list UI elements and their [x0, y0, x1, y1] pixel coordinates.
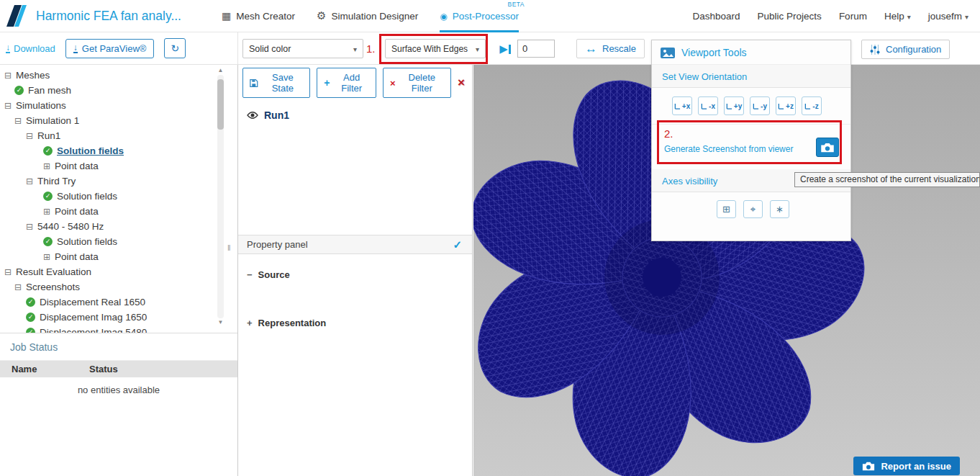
tab-label: Mesh Creator [236, 11, 295, 22]
axes-icon [701, 103, 707, 109]
check-icon [14, 86, 24, 95]
user-menu[interactable]: jousefm [928, 11, 968, 22]
tree-item-screenshots[interactable]: Screenshots [0, 279, 216, 295]
panel-resize-handle[interactable]: ‖ [227, 243, 231, 252]
tree-scrollbar[interactable]: ▲ ▼ [216, 66, 225, 327]
nav-public-projects[interactable]: Public Projects [758, 11, 822, 22]
job-status-section: Job Status Name Status no entities avail… [0, 333, 237, 424]
check-icon [43, 237, 53, 246]
tree-item-fan-mesh[interactable]: Fan mesh [0, 83, 216, 98]
frame-input[interactable] [517, 40, 555, 58]
generate-screenshot-button[interactable] [816, 138, 839, 157]
axes-grid-toggle-button[interactable]: ⊞ [717, 200, 736, 218]
save-state-button[interactable]: Save State [242, 68, 310, 98]
section-source[interactable]: − Source [247, 269, 290, 280]
axes-gizmo-toggle-button[interactable]: ⌖ [743, 200, 763, 218]
property-panel-header[interactable]: Property panel [238, 235, 472, 254]
save-icon [250, 78, 258, 88]
viewport-tools-panel: Viewport Tools Set View Orientation +x -… [651, 40, 851, 241]
collapse-icon[interactable] [26, 130, 33, 141]
view-minus-x-button[interactable]: -x [698, 96, 718, 115]
expand-icon[interactable] [43, 161, 50, 171]
column-name: Name [0, 364, 89, 374]
view-minus-z-button[interactable]: -z [802, 96, 822, 115]
scroll-down-icon[interactable]: ▼ [216, 318, 225, 327]
collapse-icon[interactable] [4, 266, 12, 277]
tree-item-solution-fields-selected[interactable]: Solution fields [0, 143, 216, 158]
section-representation[interactable]: + Representation [247, 318, 326, 328]
project-toolbar: ↓ Download ↓ Get ParaView® ↻ [0, 32, 237, 65]
right-nav: Dashboard Public Projects Forum Help jou… [693, 11, 980, 22]
check-icon [26, 297, 35, 307]
annotation-box-2 [657, 120, 842, 164]
tree-item-simulation-1[interactable]: Simulation 1 [0, 113, 216, 128]
tab-simulation-designer[interactable]: Simulation Designer [317, 0, 418, 32]
refresh-button[interactable]: ↻ [164, 38, 186, 58]
job-status-title: Job Status [0, 333, 237, 361]
app-logo[interactable] [4, 4, 29, 27]
tree-item-third-try[interactable]: Third Try [0, 174, 216, 189]
configuration-button[interactable]: Configuration [861, 40, 950, 59]
collapse-icon[interactable] [14, 115, 22, 126]
collapse-icon[interactable] [14, 282, 22, 292]
tree-item-displacement-real-1650[interactable]: Displacement Real 1650 [0, 295, 216, 310]
collapse-icon[interactable] [26, 221, 33, 232]
nav-dashboard[interactable]: Dashboard [693, 11, 740, 22]
gears-icon [317, 9, 326, 22]
delete-filter-button[interactable]: × Delete Filter [383, 68, 451, 98]
collapse-icon[interactable]: − [247, 269, 253, 280]
axes-icon [674, 103, 681, 109]
project-tree-sidebar: Meshes Fan mesh Simulations Simulation 1… [0, 65, 237, 476]
expand-icon[interactable] [43, 251, 50, 262]
play-button[interactable]: ▶ [494, 40, 516, 58]
download-icon: ↓ [73, 44, 78, 53]
viewport-tools-header: Viewport Tools [652, 40, 850, 65]
tab-mesh-creator[interactable]: Mesh Creator [222, 0, 295, 32]
nav-forum[interactable]: Forum [839, 11, 867, 22]
download-link[interactable]: ↓ Download [6, 43, 55, 54]
tab-post-processor[interactable]: Post-Processor BETA [440, 0, 519, 32]
expand-icon[interactable] [43, 206, 50, 217]
tree-item-solution-fields[interactable]: Solution fields [0, 234, 216, 249]
rescale-button[interactable]: ↔ Rescale [576, 39, 645, 58]
tree-item-point-data[interactable]: Point data [0, 204, 216, 219]
scrollbar-thumb[interactable] [217, 79, 224, 130]
step-bar-icon [509, 45, 511, 54]
axes-gizmo-icon: ⌖ [750, 204, 756, 215]
check-icon [43, 146, 53, 156]
view-minus-y-button[interactable]: -y [750, 96, 770, 115]
collapse-icon[interactable] [26, 176, 33, 187]
view-plus-y-button[interactable]: +y [724, 96, 744, 115]
tree-item-run1[interactable]: Run1 [0, 128, 216, 143]
representation-dropdown[interactable]: Surface With Edges [385, 39, 486, 58]
color-mode-dropdown[interactable]: Solid color [242, 39, 363, 58]
axes-origin-toggle-button[interactable]: ∗ [770, 200, 789, 218]
nav-help-menu[interactable]: Help [884, 11, 911, 22]
view-plus-x-button[interactable]: +x [672, 96, 692, 115]
close-icon[interactable]: × [458, 76, 465, 90]
job-status-empty-text: no entities available [0, 377, 237, 424]
tree-item-result-evaluation[interactable]: Result Evaluation [0, 264, 216, 279]
pipeline-item-run1[interactable]: Run1 [238, 102, 472, 121]
tree-item-displacement-imag-1650[interactable]: Displacement Imag 1650 [0, 310, 216, 325]
tree-item-simulations[interactable]: Simulations [0, 98, 216, 113]
annotation-1-label: 1. [366, 42, 376, 55]
tree-item-meshes[interactable]: Meshes [0, 68, 216, 83]
tree-item-point-data[interactable]: Point data [0, 158, 216, 174]
main-nav: Mesh Creator Simulation Designer Post-Pr… [222, 0, 519, 32]
tree-item-solution-fields[interactable]: Solution fields [0, 189, 216, 204]
get-paraview-button[interactable]: ↓ Get ParaView® [65, 39, 155, 58]
generate-screenshot-label[interactable]: Generate Screenshot from viewer [664, 144, 793, 154]
tree-item-5440-5480-hz[interactable]: 5440 - 5480 Hz [0, 219, 216, 234]
report-issue-button[interactable]: Report an issue [853, 457, 960, 475]
refresh-icon: ↻ [171, 42, 179, 54]
collapse-icon[interactable] [4, 70, 12, 81]
scrollbar-track[interactable] [217, 75, 224, 318]
scroll-up-icon[interactable]: ▲ [216, 66, 225, 75]
x-icon: × [390, 78, 396, 89]
tree-item-point-data[interactable]: Point data [0, 249, 216, 264]
add-filter-button[interactable]: + Add Filter [317, 68, 376, 98]
expand-icon[interactable]: + [247, 318, 253, 328]
view-plus-z-button[interactable]: +z [776, 96, 796, 115]
collapse-icon[interactable] [4, 100, 12, 111]
